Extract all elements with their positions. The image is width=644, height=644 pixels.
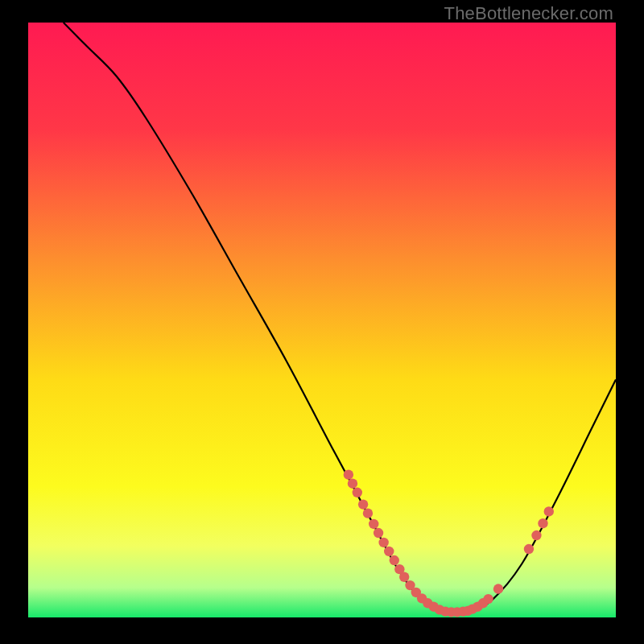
data-marker — [353, 488, 362, 497]
data-marker — [363, 508, 373, 518]
watermark-label: TheBottlenecker.com — [444, 3, 613, 24]
data-marker — [344, 469, 353, 479]
data-marker — [538, 518, 547, 528]
plot-frame — [28, 0, 616, 617]
gradient-background — [28, 23, 616, 617]
bottleneck-curve-chart — [28, 0, 616, 617]
data-marker — [531, 530, 541, 540]
data-marker — [374, 528, 383, 538]
data-marker — [390, 555, 399, 565]
data-marker — [348, 479, 357, 489]
data-marker — [483, 594, 493, 604]
data-marker — [399, 572, 409, 582]
data-marker — [544, 506, 554, 516]
data-marker — [524, 544, 534, 554]
data-marker — [378, 538, 388, 547]
data-marker — [358, 499, 368, 509]
data-marker — [493, 584, 503, 593]
data-marker — [369, 519, 378, 529]
data-marker — [384, 547, 394, 556]
